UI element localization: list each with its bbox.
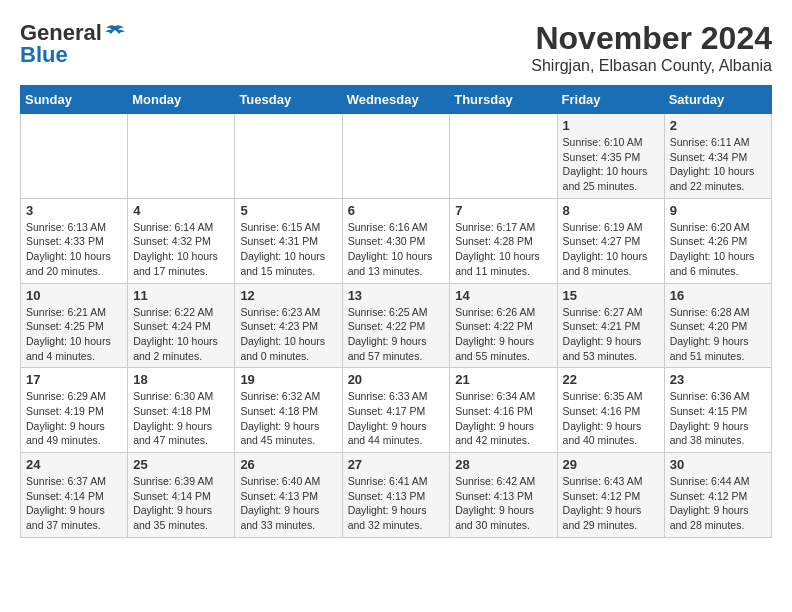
- day-info: Sunrise: 6:39 AM Sunset: 4:14 PM Dayligh…: [133, 474, 229, 533]
- day-info: Sunrise: 6:34 AM Sunset: 4:16 PM Dayligh…: [455, 389, 551, 448]
- day-info: Sunrise: 6:42 AM Sunset: 4:13 PM Dayligh…: [455, 474, 551, 533]
- title-area: November 2024 Shirgjan, Elbasan County, …: [531, 20, 772, 75]
- calendar-day-cell: [128, 114, 235, 199]
- day-number: 8: [563, 203, 659, 218]
- calendar-week-row: 10Sunrise: 6:21 AM Sunset: 4:25 PM Dayli…: [21, 283, 772, 368]
- day-number: 13: [348, 288, 445, 303]
- day-number: 21: [455, 372, 551, 387]
- calendar-day-cell: 6Sunrise: 6:16 AM Sunset: 4:30 PM Daylig…: [342, 198, 450, 283]
- calendar-day-cell: 7Sunrise: 6:17 AM Sunset: 4:28 PM Daylig…: [450, 198, 557, 283]
- month-title: November 2024: [531, 20, 772, 57]
- calendar-day-cell: 3Sunrise: 6:13 AM Sunset: 4:33 PM Daylig…: [21, 198, 128, 283]
- day-info: Sunrise: 6:32 AM Sunset: 4:18 PM Dayligh…: [240, 389, 336, 448]
- calendar-day-cell: [450, 114, 557, 199]
- calendar-day-cell: 26Sunrise: 6:40 AM Sunset: 4:13 PM Dayli…: [235, 453, 342, 538]
- day-info: Sunrise: 6:23 AM Sunset: 4:23 PM Dayligh…: [240, 305, 336, 364]
- day-number: 17: [26, 372, 122, 387]
- day-info: Sunrise: 6:35 AM Sunset: 4:16 PM Dayligh…: [563, 389, 659, 448]
- day-info: Sunrise: 6:28 AM Sunset: 4:20 PM Dayligh…: [670, 305, 766, 364]
- calendar-day-cell: 22Sunrise: 6:35 AM Sunset: 4:16 PM Dayli…: [557, 368, 664, 453]
- location-title: Shirgjan, Elbasan County, Albania: [531, 57, 772, 75]
- calendar-day-cell: 17Sunrise: 6:29 AM Sunset: 4:19 PM Dayli…: [21, 368, 128, 453]
- day-info: Sunrise: 6:33 AM Sunset: 4:17 PM Dayligh…: [348, 389, 445, 448]
- day-info: Sunrise: 6:25 AM Sunset: 4:22 PM Dayligh…: [348, 305, 445, 364]
- calendar-day-cell: 8Sunrise: 6:19 AM Sunset: 4:27 PM Daylig…: [557, 198, 664, 283]
- logo: General Blue: [20, 20, 128, 68]
- calendar-day-cell: 25Sunrise: 6:39 AM Sunset: 4:14 PM Dayli…: [128, 453, 235, 538]
- day-number: 30: [670, 457, 766, 472]
- day-number: 6: [348, 203, 445, 218]
- calendar-day-cell: 27Sunrise: 6:41 AM Sunset: 4:13 PM Dayli…: [342, 453, 450, 538]
- calendar-day-cell: 30Sunrise: 6:44 AM Sunset: 4:12 PM Dayli…: [664, 453, 771, 538]
- calendar-day-cell: 15Sunrise: 6:27 AM Sunset: 4:21 PM Dayli…: [557, 283, 664, 368]
- calendar-week-row: 3Sunrise: 6:13 AM Sunset: 4:33 PM Daylig…: [21, 198, 772, 283]
- day-number: 20: [348, 372, 445, 387]
- calendar-day-cell: [235, 114, 342, 199]
- logo-blue: Blue: [20, 42, 68, 68]
- day-info: Sunrise: 6:43 AM Sunset: 4:12 PM Dayligh…: [563, 474, 659, 533]
- day-number: 22: [563, 372, 659, 387]
- calendar-day-cell: 16Sunrise: 6:28 AM Sunset: 4:20 PM Dayli…: [664, 283, 771, 368]
- calendar-week-row: 17Sunrise: 6:29 AM Sunset: 4:19 PM Dayli…: [21, 368, 772, 453]
- day-info: Sunrise: 6:20 AM Sunset: 4:26 PM Dayligh…: [670, 220, 766, 279]
- day-info: Sunrise: 6:11 AM Sunset: 4:34 PM Dayligh…: [670, 135, 766, 194]
- calendar-table: SundayMondayTuesdayWednesdayThursdayFrid…: [20, 85, 772, 538]
- weekday-header-cell: Wednesday: [342, 86, 450, 114]
- day-info: Sunrise: 6:19 AM Sunset: 4:27 PM Dayligh…: [563, 220, 659, 279]
- day-number: 5: [240, 203, 336, 218]
- day-number: 7: [455, 203, 551, 218]
- calendar-day-cell: 18Sunrise: 6:30 AM Sunset: 4:18 PM Dayli…: [128, 368, 235, 453]
- calendar-day-cell: 24Sunrise: 6:37 AM Sunset: 4:14 PM Dayli…: [21, 453, 128, 538]
- calendar-day-cell: 10Sunrise: 6:21 AM Sunset: 4:25 PM Dayli…: [21, 283, 128, 368]
- day-info: Sunrise: 6:30 AM Sunset: 4:18 PM Dayligh…: [133, 389, 229, 448]
- day-number: 15: [563, 288, 659, 303]
- weekday-header-cell: Friday: [557, 86, 664, 114]
- calendar-day-cell: 9Sunrise: 6:20 AM Sunset: 4:26 PM Daylig…: [664, 198, 771, 283]
- day-info: Sunrise: 6:40 AM Sunset: 4:13 PM Dayligh…: [240, 474, 336, 533]
- day-number: 12: [240, 288, 336, 303]
- calendar-day-cell: [342, 114, 450, 199]
- day-number: 10: [26, 288, 122, 303]
- calendar-day-cell: 4Sunrise: 6:14 AM Sunset: 4:32 PM Daylig…: [128, 198, 235, 283]
- day-number: 9: [670, 203, 766, 218]
- day-number: 26: [240, 457, 336, 472]
- day-info: Sunrise: 6:16 AM Sunset: 4:30 PM Dayligh…: [348, 220, 445, 279]
- weekday-header-cell: Monday: [128, 86, 235, 114]
- day-number: 2: [670, 118, 766, 133]
- calendar-day-cell: 1Sunrise: 6:10 AM Sunset: 4:35 PM Daylig…: [557, 114, 664, 199]
- calendar-week-row: 1Sunrise: 6:10 AM Sunset: 4:35 PM Daylig…: [21, 114, 772, 199]
- calendar-day-cell: 13Sunrise: 6:25 AM Sunset: 4:22 PM Dayli…: [342, 283, 450, 368]
- calendar-day-cell: 28Sunrise: 6:42 AM Sunset: 4:13 PM Dayli…: [450, 453, 557, 538]
- day-number: 16: [670, 288, 766, 303]
- weekday-header-cell: Saturday: [664, 86, 771, 114]
- day-number: 19: [240, 372, 336, 387]
- day-info: Sunrise: 6:21 AM Sunset: 4:25 PM Dayligh…: [26, 305, 122, 364]
- day-number: 4: [133, 203, 229, 218]
- calendar-day-cell: 2Sunrise: 6:11 AM Sunset: 4:34 PM Daylig…: [664, 114, 771, 199]
- day-number: 1: [563, 118, 659, 133]
- calendar-day-cell: 29Sunrise: 6:43 AM Sunset: 4:12 PM Dayli…: [557, 453, 664, 538]
- calendar-day-cell: 20Sunrise: 6:33 AM Sunset: 4:17 PM Dayli…: [342, 368, 450, 453]
- day-info: Sunrise: 6:41 AM Sunset: 4:13 PM Dayligh…: [348, 474, 445, 533]
- day-number: 3: [26, 203, 122, 218]
- calendar-body: 1Sunrise: 6:10 AM Sunset: 4:35 PM Daylig…: [21, 114, 772, 538]
- calendar-week-row: 24Sunrise: 6:37 AM Sunset: 4:14 PM Dayli…: [21, 453, 772, 538]
- day-number: 24: [26, 457, 122, 472]
- day-info: Sunrise: 6:26 AM Sunset: 4:22 PM Dayligh…: [455, 305, 551, 364]
- day-info: Sunrise: 6:13 AM Sunset: 4:33 PM Dayligh…: [26, 220, 122, 279]
- day-info: Sunrise: 6:14 AM Sunset: 4:32 PM Dayligh…: [133, 220, 229, 279]
- weekday-header-cell: Thursday: [450, 86, 557, 114]
- header: General Blue November 2024 Shirgjan, Elb…: [20, 20, 772, 75]
- day-info: Sunrise: 6:36 AM Sunset: 4:15 PM Dayligh…: [670, 389, 766, 448]
- weekday-header-cell: Sunday: [21, 86, 128, 114]
- calendar-day-cell: 14Sunrise: 6:26 AM Sunset: 4:22 PM Dayli…: [450, 283, 557, 368]
- day-number: 29: [563, 457, 659, 472]
- day-info: Sunrise: 6:17 AM Sunset: 4:28 PM Dayligh…: [455, 220, 551, 279]
- logo-bird-icon: [104, 24, 126, 42]
- day-info: Sunrise: 6:10 AM Sunset: 4:35 PM Dayligh…: [563, 135, 659, 194]
- calendar-day-cell: 5Sunrise: 6:15 AM Sunset: 4:31 PM Daylig…: [235, 198, 342, 283]
- day-number: 25: [133, 457, 229, 472]
- day-number: 11: [133, 288, 229, 303]
- calendar-day-cell: 21Sunrise: 6:34 AM Sunset: 4:16 PM Dayli…: [450, 368, 557, 453]
- day-number: 27: [348, 457, 445, 472]
